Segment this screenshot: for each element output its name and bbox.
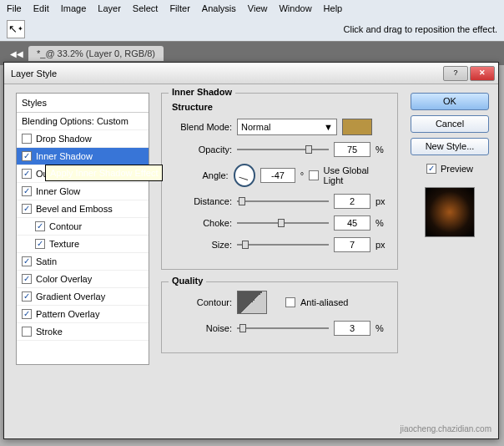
menu-select[interactable]: Select (133, 3, 159, 13)
style-label: Inner Glow (36, 186, 80, 196)
size-label: Size: (172, 240, 232, 250)
style-label: Contour (49, 221, 82, 231)
style-contour[interactable]: Contour (17, 218, 149, 236)
noise-value[interactable]: 3 (334, 321, 370, 336)
choke-value[interactable]: 45 (334, 215, 370, 231)
anti-aliased-checkbox[interactable] (285, 297, 295, 307)
options-bar: ↖✦ Click and drag to reposition the effe… (0, 17, 504, 42)
style-satin[interactable]: Satin (17, 253, 149, 271)
style-label: Texture (49, 239, 79, 249)
style-label: Color Overlay (36, 274, 92, 284)
quality-group: Quality Contour: Anti-aliased Noise: 3 % (161, 281, 398, 353)
contour-picker[interactable] (237, 291, 267, 314)
angle-dial[interactable] (234, 164, 256, 187)
style-label: Bevel and Emboss (36, 204, 113, 214)
color-swatch[interactable] (342, 119, 372, 135)
close-button[interactable]: ✕ (470, 66, 495, 81)
style-bevel-emboss[interactable]: Bevel and Emboss (17, 200, 149, 218)
styles-list: Styles Blending Options: Custom Drop Sha… (16, 93, 149, 365)
opacity-label: Opacity: (172, 144, 232, 155)
noise-label: Noise: (172, 323, 232, 333)
style-label: Stroke (36, 327, 63, 337)
select-value: Normal (241, 122, 270, 132)
checkbox[interactable] (22, 274, 32, 284)
checkbox[interactable] (22, 134, 32, 144)
contour-label: Contour: (172, 297, 232, 307)
blend-mode-label: Blend Mode: (172, 122, 232, 132)
size-slider[interactable] (237, 239, 329, 251)
structure-group: Inner Shadow Structure Blend Mode: Norma… (161, 93, 398, 270)
global-light-checkbox[interactable] (309, 170, 318, 180)
style-inner-glow[interactable]: Inner Glow (17, 183, 149, 200)
ok-button[interactable]: OK (411, 93, 489, 110)
styles-header[interactable]: Styles (17, 94, 149, 113)
structure-subtitle: Structure (172, 102, 387, 112)
menu-window[interactable]: Window (279, 3, 311, 13)
new-style-button[interactable]: New Style... (411, 138, 489, 155)
tab-scroll-left-icon[interactable]: ◀◀ (10, 49, 23, 58)
unit: px (375, 196, 386, 206)
angle-label: Angle: (172, 170, 229, 180)
checkbox[interactable] (22, 204, 32, 214)
blending-options[interactable]: Blending Options: Custom (17, 113, 149, 130)
style-label: Satin (36, 256, 57, 266)
blend-mode-select[interactable]: Normal▼ (237, 119, 337, 135)
preview-thumbnail (425, 187, 475, 237)
dialog-title: Layer Style (11, 68, 57, 79)
style-label: Pattern Overlay (36, 309, 99, 319)
checkbox[interactable] (35, 239, 45, 249)
dialog-titlebar[interactable]: Layer Style ? ✕ (4, 63, 498, 84)
distance-label: Distance: (172, 196, 232, 206)
menu-view[interactable]: View (248, 3, 268, 13)
checkbox[interactable] (22, 256, 32, 266)
help-button[interactable]: ? (443, 66, 468, 81)
menu-filter[interactable]: Filter (169, 3, 189, 13)
checkbox[interactable] (22, 169, 32, 179)
menu-help[interactable]: Help (324, 3, 343, 13)
size-value[interactable]: 7 (334, 237, 370, 252)
style-stroke[interactable]: Stroke (17, 323, 149, 341)
preview-label: Preview (441, 164, 473, 174)
unit: px (375, 240, 386, 250)
move-tool-icon[interactable]: ↖✦ (7, 20, 25, 38)
hint-text: Click and drag to reposition the effect. (344, 24, 497, 34)
distance-slider[interactable] (237, 195, 329, 207)
unit: % (375, 323, 384, 333)
global-light-label: Use Global Light (324, 165, 387, 185)
style-drop-shadow[interactable]: Drop Shadow (17, 130, 149, 148)
noise-slider[interactable] (237, 322, 329, 334)
tooltip: Apply Inner Shadow Effect (45, 165, 163, 181)
preview-checkbox[interactable] (426, 164, 436, 174)
style-inner-shadow[interactable]: Inner Shadow Apply Inner Shadow Effect (17, 148, 149, 165)
checkbox[interactable] (22, 309, 32, 319)
group-title: Quality (169, 276, 206, 286)
app-menubar: File Edit Image Layer Select Filter Anal… (0, 0, 504, 17)
opacity-slider[interactable] (237, 144, 329, 155)
choke-slider[interactable] (237, 217, 329, 229)
angle-value[interactable]: -47 (260, 168, 295, 183)
opacity-value[interactable]: 75 (334, 142, 370, 157)
style-texture[interactable]: Texture (17, 236, 149, 253)
menu-analysis[interactable]: Analysis (202, 3, 236, 13)
checkbox[interactable] (22, 327, 32, 337)
chevron-down-icon: ▼ (324, 122, 333, 132)
checkbox[interactable] (22, 186, 32, 196)
menu-layer[interactable]: Layer (98, 3, 121, 13)
style-gradient-overlay[interactable]: Gradient Overlay (17, 288, 149, 306)
checkbox[interactable] (22, 151, 32, 161)
menu-file[interactable]: File (7, 3, 22, 13)
style-label: Inner Shadow (36, 151, 93, 161)
unit: % (375, 144, 384, 155)
unit: % (375, 218, 384, 228)
settings-panel: Inner Shadow Structure Blend Mode: Norma… (161, 93, 398, 365)
layer-style-dialog: Layer Style ? ✕ Styles Blending Options:… (3, 62, 499, 439)
menu-edit[interactable]: Edit (33, 3, 49, 13)
style-color-overlay[interactable]: Color Overlay (17, 271, 149, 288)
document-tab[interactable]: *_@ 33.2% (Layer 0, RGB/8) (28, 46, 164, 61)
distance-value[interactable]: 2 (334, 194, 370, 209)
checkbox[interactable] (22, 291, 32, 302)
cancel-button[interactable]: Cancel (411, 115, 489, 133)
style-pattern-overlay[interactable]: Pattern Overlay (17, 306, 149, 323)
checkbox[interactable] (35, 221, 45, 231)
menu-image[interactable]: Image (61, 3, 87, 13)
